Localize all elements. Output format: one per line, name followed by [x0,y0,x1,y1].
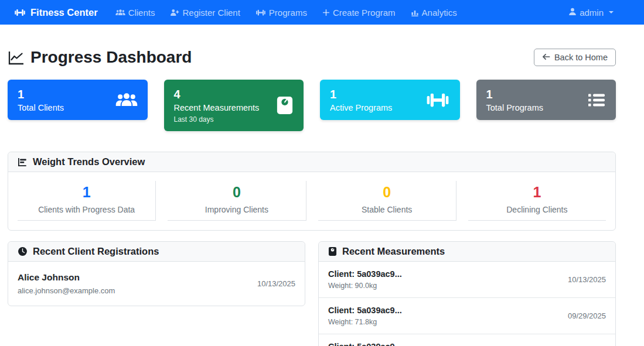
trend-value: 0 [168,183,305,201]
person-icon [568,8,577,18]
arrow-left-icon [542,53,550,62]
bottom-row: Recent Client Registrations Alice Johnso… [8,241,616,346]
recent-measurements-title: Recent Measurements [342,246,445,257]
weight-trends-card: Weight Trends Overview 1 Clients with Pr… [8,152,616,231]
stat-card-total-programs: 1 Total Programs [476,80,616,120]
clock-icon [18,246,28,256]
page-title: Progress Dashboard [8,48,192,67]
weight-scale-icon [276,95,294,115]
measurement-weight: Weight: 71.8kg [328,318,402,326]
nav-item-create-program[interactable]: Create Program [322,8,396,18]
weight-scale-icon [328,246,337,256]
trend-value: 1 [468,183,606,201]
measurement-date: 10/13/2025 [568,275,606,284]
measurement-client: Client: 5a039ac9... [328,342,402,346]
weight-trends-header: Weight Trends Overview [8,152,615,172]
stat-card-recent-measurements: 4 Recent Measurements Last 30 days [164,80,304,131]
stat-card-text: 4 Recent Measurements Last 30 days [174,87,260,124]
stat-card-text: 1 Total Programs [486,87,544,112]
bar-chart-steps-icon [18,157,28,167]
trend-label: Declining Clients [468,205,606,214]
stat-value: 1 [330,87,392,102]
weight-trends-title: Weight Trends Overview [33,156,145,167]
weight-trends-body: 1 Clients with Progress Data 0 Improving… [8,172,615,230]
page-header: Progress Dashboard Back to Home [8,48,616,67]
trend-label: Clients with Progress Data [18,205,155,214]
dumbbell-icon [255,9,266,16]
stat-card-active-programs: 1 Active Programs [320,80,460,120]
stat-value: 1 [486,87,544,102]
brand-label: Fitness Center [30,7,98,18]
client-name: Alice Johnson [18,272,115,283]
measurement-weight: Weight: 90.0kg [328,282,402,290]
recent-registrations-card: Recent Client Registrations Alice Johnso… [8,241,305,306]
stat-sublabel: Last 30 days [174,115,260,124]
trend-stat-improving: 0 Improving Clients [168,181,306,221]
trend-stat-progress-data: 1 Clients with Progress Data [18,181,156,221]
trend-stat-declining: 1 Declining Clients [468,181,606,221]
trend-label: Improving Clients [168,205,305,214]
stat-label: Total Programs [486,103,544,112]
nav-links: Clients Register Client [115,8,569,18]
nav-item-label: Register Client [182,8,240,18]
measurement-info: Client: 5a039ac9... Weight: 90.0kg [328,269,402,290]
stat-label: Recent Measurements [174,103,260,112]
user-label: admin [580,8,604,18]
nav-item-label: Programs [269,8,307,18]
dumbbell-icon [425,91,450,109]
stat-card-total-clients: 1 Total Clients [8,80,148,120]
page-title-label: Progress Dashboard [30,48,192,67]
brand[interactable]: Fitness Center [14,7,98,18]
measurement-info: Client: 5a039ac9... Weight: 73.2kg [328,342,402,346]
nav-item-label: Create Program [333,8,396,18]
measurement-client: Client: 5a039ac9... [328,306,402,315]
list-item: Client: 5a039ac9... Weight: 71.8kg 09/29… [319,297,615,334]
trend-stat-stable: 0 Stable Clients [318,181,456,221]
recent-measurements-header: Recent Measurements [319,242,615,262]
main-content: Progress Dashboard Back to Home 1 Total … [8,25,616,346]
stat-label: Active Programs [330,103,392,112]
client-email: alice.johnson@example.com [18,286,115,295]
trend-label: Stable Clients [318,205,456,214]
back-to-home-button[interactable]: Back to Home [534,49,616,66]
registration-date: 10/13/2025 [257,279,295,288]
trend-value: 1 [18,183,155,201]
users-icon [115,92,138,108]
recent-registrations-header: Recent Client Registrations [8,242,305,262]
person-plus-icon [170,9,179,16]
nav-item-label: Clients [128,8,155,18]
navbar: Fitness Center Clients [0,0,644,25]
stat-label: Total Clients [18,103,64,112]
stat-card-text: 1 Active Programs [330,87,392,112]
nav-item-analytics[interactable]: Analytics [411,8,457,18]
registration-info: Alice Johnson alice.johnson@example.com [18,272,115,295]
recent-registrations-title: Recent Client Registrations [33,246,159,257]
stats-row: 1 Total Clients 4 Recent Measurements La… [8,80,616,131]
nav-item-programs[interactable]: Programs [255,8,307,18]
plus-icon [322,9,330,16]
recent-registrations-list: Alice Johnson alice.johnson@example.com … [8,262,305,306]
back-to-home-label: Back to Home [554,53,608,62]
bar-chart-icon [411,9,419,16]
list-item: Alice Johnson alice.johnson@example.com … [8,262,305,306]
stat-value: 1 [18,87,64,102]
list-item: Client: 5a039ac9... Weight: 73.2kg 10/06… [319,334,615,346]
recent-measurements-card: Recent Measurements Client: 5a039ac9... … [318,241,616,346]
measurement-date: 09/29/2025 [568,311,606,320]
recent-measurements-list: Client: 5a039ac9... Weight: 90.0kg 10/13… [319,262,615,346]
users-icon [115,9,125,16]
list-item: Client: 5a039ac9... Weight: 90.0kg 10/13… [319,262,615,297]
stat-value: 4 [174,87,260,102]
list-icon [587,92,606,108]
user-menu[interactable]: admin [568,8,614,18]
nav-item-register-client[interactable]: Register Client [170,8,240,18]
graph-up-icon [8,49,24,66]
nav-item-clients[interactable]: Clients [115,8,155,18]
nav-item-label: Analytics [422,8,457,18]
stat-card-text: 1 Total Clients [18,87,64,112]
measurement-info: Client: 5a039ac9... Weight: 71.8kg [328,306,402,326]
measurement-client: Client: 5a039ac9... [328,269,402,279]
dumbbell-icon [14,8,26,17]
trend-value: 0 [318,183,456,201]
chevron-down-icon [609,11,614,13]
